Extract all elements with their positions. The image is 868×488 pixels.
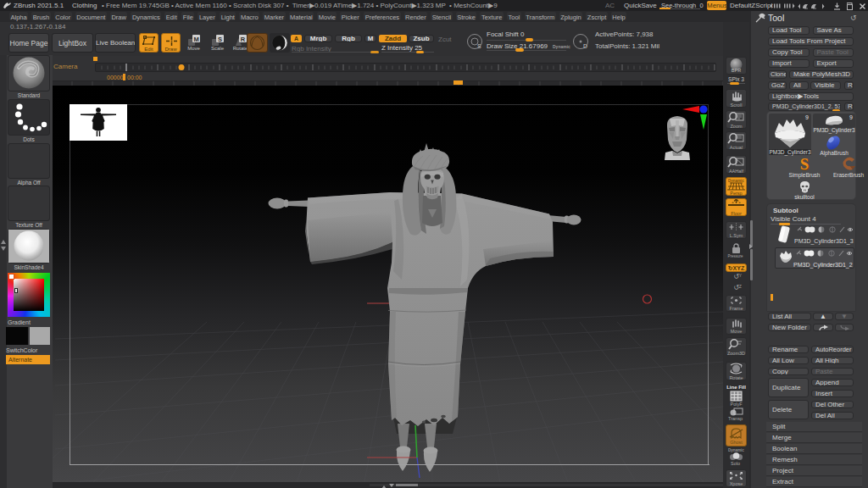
svg-text:R: R bbox=[241, 36, 246, 43]
svg-text:D: D bbox=[583, 43, 587, 49]
svg-text:S: S bbox=[477, 43, 481, 49]
svg-text:BPR: BPR bbox=[732, 68, 741, 73]
svg-text:M: M bbox=[193, 36, 198, 43]
svg-text:S: S bbox=[218, 36, 222, 43]
